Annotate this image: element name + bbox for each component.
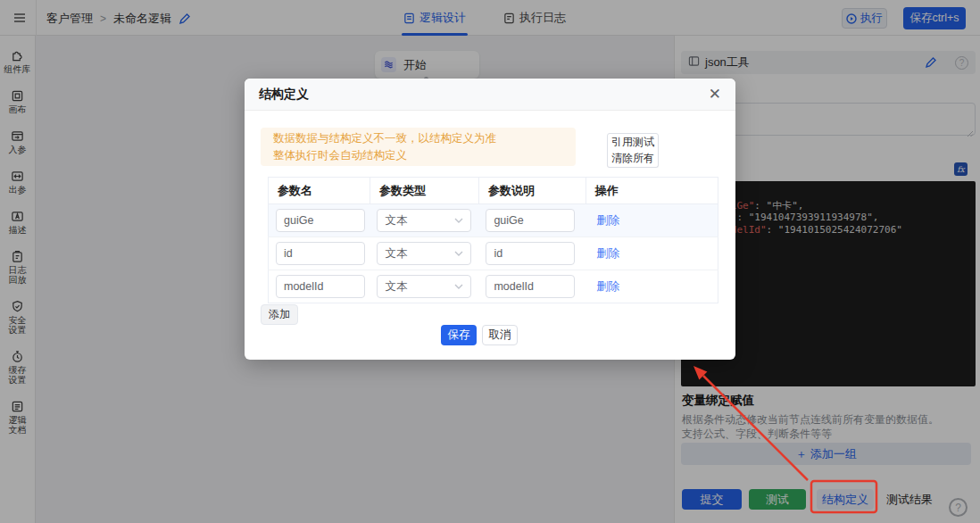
delete-link[interactable]: 删除	[593, 213, 619, 227]
header-param-type: 参数类型	[370, 178, 478, 204]
warning-line-2: 整体执行时会自动结构定义	[273, 148, 563, 162]
param-name-input[interactable]	[276, 209, 365, 232]
warning-banner: 数据数据与结构定义不一致，以结构定义为准 整体执行时会自动结构定义	[261, 128, 576, 166]
table-header-row: 参数名 参数类型 参数说明 操作	[269, 178, 718, 204]
modal-title: 结构定义	[259, 87, 709, 103]
param-type-select[interactable]: 文本	[377, 242, 471, 265]
table-row: 文本 删除	[269, 237, 718, 270]
param-desc-input[interactable]	[486, 209, 575, 232]
modal-save-button[interactable]: 保存	[441, 325, 477, 345]
param-name-input[interactable]	[276, 275, 365, 298]
app-screen: 客户管理 > 未命名逻辑 逻辑设计 执行日志 执行 保存ctrl+s	[0, 0, 980, 523]
modal-cancel-button[interactable]: 取消	[482, 325, 518, 345]
delete-link[interactable]: 删除	[593, 246, 619, 260]
warning-line-1: 数据数据与结构定义不一致，以结构定义为准	[273, 131, 563, 145]
structure-define-modal: 结构定义 ✕ 数据数据与结构定义不一致，以结构定义为准 整体执行时会自动结构定义…	[245, 79, 735, 360]
clear-all-button[interactable]: 清除所有	[607, 150, 659, 168]
header-actions: 操作	[586, 178, 718, 204]
params-table: 参数名 参数类型 参数说明 操作 文本 删除 文本 删除 文本	[268, 177, 718, 303]
param-desc-input[interactable]	[486, 275, 575, 298]
param-type-select[interactable]: 文本	[377, 275, 471, 298]
chevron-down-icon	[454, 251, 463, 256]
chevron-down-icon	[454, 218, 463, 223]
param-name-input[interactable]	[276, 242, 365, 265]
close-icon[interactable]: ✕	[709, 87, 721, 102]
param-desc-input[interactable]	[486, 242, 575, 265]
header-param-desc: 参数说明	[478, 178, 586, 204]
chevron-down-icon	[454, 284, 463, 289]
table-row: 文本 删除	[269, 204, 718, 237]
header-param-name: 参数名	[269, 178, 370, 204]
add-row-button[interactable]: 添加	[261, 304, 298, 325]
delete-link[interactable]: 删除	[593, 279, 619, 293]
param-type-select[interactable]: 文本	[377, 209, 471, 232]
reference-test-button[interactable]: 引用测试	[607, 133, 659, 151]
table-row: 文本 删除	[269, 270, 718, 303]
modal-header: 结构定义 ✕	[245, 79, 735, 111]
